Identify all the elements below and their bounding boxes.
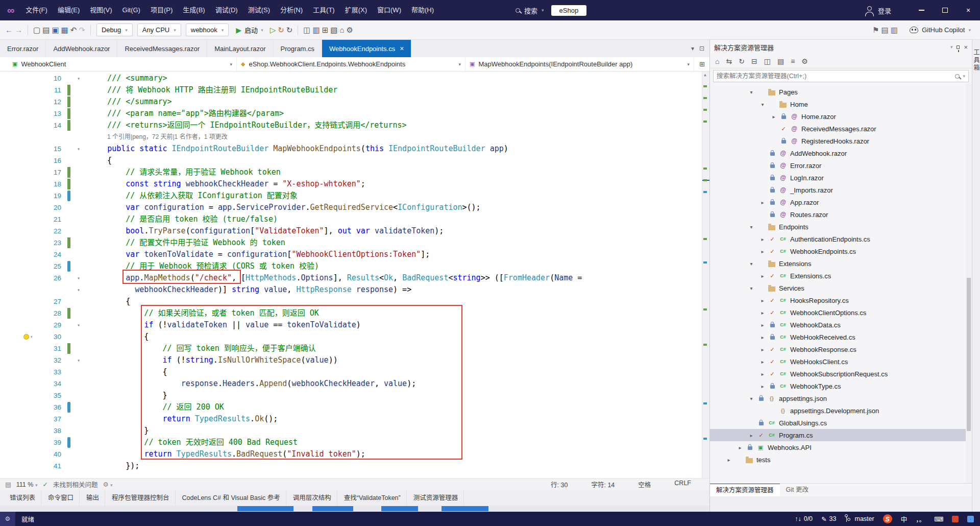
- tree-item-Services[interactable]: ▾Services: [710, 282, 972, 294]
- scroll-up-icon[interactable]: ▲: [704, 73, 706, 77]
- code-text[interactable]: {: [85, 155, 112, 166]
- back-icon[interactable]: ←: [4, 26, 14, 34]
- gutter-margin[interactable]: [0, 343, 33, 354]
- code-text[interactable]: // 如果关闭验证，或者 token 匹配，则返回 OK: [85, 307, 319, 319]
- bottom-tab-1[interactable]: 命令窗口: [42, 490, 80, 506]
- code-text[interactable]: // 返回 200 OK: [85, 401, 224, 413]
- gutter-margin[interactable]: [0, 296, 33, 307]
- gutter-margin[interactable]: [0, 237, 33, 249]
- chevron-down-icon[interactable]: ▾: [963, 74, 965, 79]
- tree-item-tests[interactable]: ▸tests: [710, 453, 972, 466]
- menu-item-8[interactable]: 分析(N): [275, 0, 308, 20]
- gutter-margin[interactable]: [0, 448, 33, 460]
- split-editor-icon[interactable]: ⊞: [694, 60, 710, 68]
- tree-item-Pages[interactable]: ▾Pages: [710, 86, 972, 98]
- ime-toolbox-icon[interactable]: [967, 516, 974, 522]
- gutter-margin[interactable]: [0, 119, 33, 131]
- tree-item-WebhookClientOptions.cs[interactable]: ▸✓C#WebhookClientOptions.cs: [710, 306, 972, 319]
- new-file-icon[interactable]: ▢: [32, 26, 41, 34]
- gutter-margin[interactable]: [0, 84, 33, 96]
- code-text[interactable]: }: [85, 390, 167, 401]
- columns-icon[interactable]: ▧: [329, 26, 338, 34]
- collapse-icon[interactable]: ▾: [748, 89, 755, 95]
- doc-tab-Error.razor[interactable]: Error.razor: [0, 40, 46, 57]
- health-status-text[interactable]: 未找到相关问题: [53, 480, 98, 489]
- menu-item-7[interactable]: 测试(S): [243, 0, 275, 20]
- gutter-margin[interactable]: [0, 260, 33, 272]
- add-item-icon[interactable]: ⊞: [321, 26, 330, 34]
- breadcrumb-segment-0[interactable]: ▣WebhookClient▾: [8, 57, 237, 71]
- menu-item-4[interactable]: 项目(P): [145, 0, 178, 20]
- pin-icon[interactable]: [957, 45, 960, 49]
- expand-icon[interactable]: ▸: [759, 384, 766, 389]
- code-text[interactable]: /// </summary>: [85, 96, 172, 108]
- tree-item-appsettings.Development.json[interactable]: {}appsettings.Development.json: [710, 404, 972, 417]
- gutter-margin[interactable]: [0, 284, 33, 296]
- window-layout-icon[interactable]: ⊡: [699, 45, 704, 52]
- expand-icon[interactable]: ▸: [759, 347, 766, 352]
- expand-icon[interactable]: ▸: [748, 433, 755, 438]
- gutter-margin[interactable]: [0, 460, 33, 472]
- minimize-button[interactable]: [910, 0, 933, 20]
- bottom-tab-7[interactable]: 测试资源管理器: [408, 490, 464, 506]
- tree-item-LogIn.razor[interactable]: @LogIn.razor: [710, 172, 972, 184]
- menu-item-2[interactable]: 视图(V): [85, 0, 117, 20]
- expand-icon[interactable]: ▸: [759, 359, 766, 365]
- code-text[interactable]: // token 无效时返回 400 Bad Request: [85, 437, 298, 448]
- code-editor[interactable]: 10▾ /// <summary>11 /// 将 Webhook HTTP 路…: [0, 71, 709, 478]
- fold-icon[interactable]: ▾: [72, 354, 85, 366]
- tree-item-Home[interactable]: ▾Home: [710, 98, 972, 110]
- tree-item-WebhookSubscriptionRequest.cs[interactable]: ▸✓C#WebhookSubscriptionRequest.cs: [710, 368, 972, 380]
- background-tasks-icon[interactable]: ⚙: [0, 512, 15, 526]
- fold-icon[interactable]: ▾: [72, 73, 85, 84]
- menu-item-0[interactable]: 文件(F): [20, 0, 53, 20]
- tree-item-RegisteredHooks.razor[interactable]: @RegisteredHooks.razor: [710, 135, 972, 147]
- tree-item-Extensions.cs[interactable]: ▸✓C#Extensions.cs: [710, 270, 972, 282]
- fold-icon[interactable]: ▾: [72, 319, 85, 331]
- code-text[interactable]: // 请求头常量，用于验证 Webhook token: [85, 166, 281, 178]
- tree-item-WebhookResponse.cs[interactable]: ▸✓C#WebhookResponse.cs: [710, 343, 972, 355]
- code-text[interactable]: webhookCheckHeader)] string value, HttpR…: [85, 284, 411, 296]
- tree-item-Home.razor[interactable]: ▸@Home.razor: [710, 110, 972, 123]
- redo-icon[interactable]: ↷: [78, 26, 86, 34]
- tree-item-WebhookData.cs[interactable]: ▸C#WebhookData.cs: [710, 319, 972, 331]
- scrollbar-thumb[interactable]: [967, 278, 971, 431]
- expand-icon[interactable]: ▸: [759, 298, 766, 303]
- ime-punctuation-toggle[interactable]: ，。: [916, 514, 925, 524]
- gutter-margin[interactable]: [0, 437, 33, 448]
- start-without-debugging-icon[interactable]: ▷: [269, 26, 277, 34]
- close-icon[interactable]: ×: [400, 44, 404, 53]
- menu-item-3[interactable]: Git(G): [117, 0, 145, 20]
- code-text[interactable]: // 配置文件中用于验证 Webhook 的 token: [85, 237, 285, 249]
- tree-item-HooksRepository.cs[interactable]: ▸✓C#HooksRepository.cs: [710, 294, 972, 306]
- startup-project-dropdown[interactable]: webhook▾: [186, 23, 229, 36]
- fold-icon[interactable]: ▾: [72, 143, 85, 155]
- tool-tab-解决方案资源管理器[interactable]: 解决方案资源管理器: [710, 484, 780, 496]
- tree-item-Program.cs[interactable]: ▸✓C#Program.cs: [710, 429, 972, 441]
- code-text[interactable]: public static IEndpointRouteBuilder MapW…: [85, 143, 508, 155]
- doc-tab-MainLayout.razor[interactable]: MainLayout.razor: [207, 40, 273, 57]
- expand-icon[interactable]: ▸: [737, 445, 744, 450]
- task-list-icon[interactable]: ▤: [880, 26, 890, 34]
- code-text[interactable]: bool.TryParse(configuration["ValidateTok…: [85, 225, 444, 237]
- line-ending-indicator[interactable]: CRLF: [674, 480, 691, 489]
- options-icon[interactable]: ⚙: [346, 26, 354, 34]
- gutter-margin[interactable]: [0, 319, 33, 331]
- tree-item-Extensions[interactable]: ▾Extensions: [710, 257, 972, 270]
- gutter-margin[interactable]: [0, 249, 33, 260]
- collapse-icon[interactable]: ▾: [748, 261, 755, 267]
- chevron-down-icon[interactable]: ▾: [950, 44, 953, 50]
- menu-item-6[interactable]: 调试(D): [210, 0, 243, 20]
- close-icon[interactable]: ×: [964, 43, 968, 51]
- save-all-icon[interactable]: ▦: [60, 26, 69, 34]
- code-text[interactable]: });: [85, 460, 139, 472]
- fold-icon[interactable]: ▾: [72, 284, 85, 296]
- ime-language-toggle[interactable]: 中: [901, 514, 908, 524]
- expand-icon[interactable]: ▸: [759, 236, 766, 242]
- tree-item-appsettings.json[interactable]: ▾{}appsettings.json: [710, 392, 972, 404]
- hot-reload-icon[interactable]: ↻: [277, 26, 285, 34]
- gutter-margin[interactable]: [0, 213, 33, 225]
- gutter-margin[interactable]: [0, 166, 33, 178]
- gutter-margin[interactable]: [0, 131, 33, 143]
- tree-item-GlobalUsings.cs[interactable]: C#GlobalUsings.cs: [710, 417, 972, 429]
